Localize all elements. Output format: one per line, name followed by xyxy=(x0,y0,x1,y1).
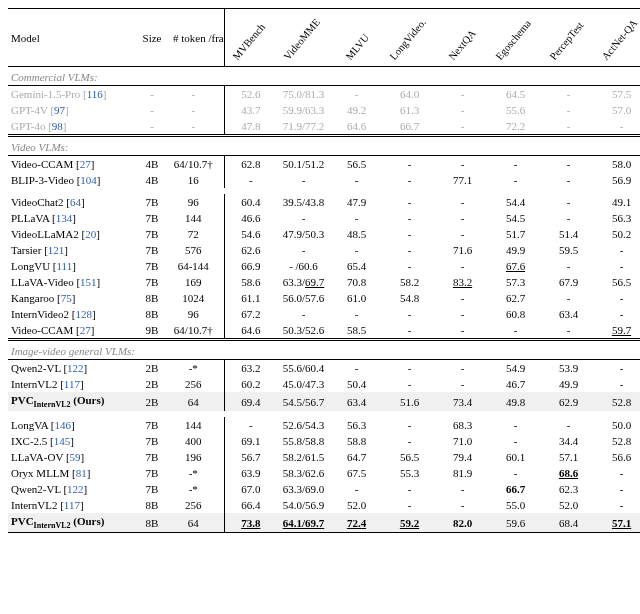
cell-metric: 72.4 xyxy=(330,513,383,533)
cell-metric: 71.6 xyxy=(436,242,489,258)
cell-size: 8B xyxy=(134,497,170,513)
cell-metric: 60.1 xyxy=(489,449,542,465)
citation-link[interactable]: 27 xyxy=(80,158,91,170)
cell-metric: - xyxy=(595,258,640,274)
cell-metric: - xyxy=(330,86,383,103)
citation-link[interactable]: 81 xyxy=(76,467,87,479)
cell-size: 7B xyxy=(134,274,170,290)
cell-size: 7B xyxy=(134,481,170,497)
citation-link[interactable]: 98 xyxy=(52,120,63,132)
cell-metric: - xyxy=(330,210,383,226)
cell-metric: - xyxy=(542,172,595,188)
citation-link[interactable]: 116 xyxy=(87,88,103,100)
cell-metric: 57.5 xyxy=(595,86,640,103)
citation-link[interactable]: 64 xyxy=(70,196,81,208)
cell-metric: - xyxy=(436,156,489,173)
cell-metric: - xyxy=(330,242,383,258)
cell-metric: 62.3 xyxy=(542,481,595,497)
cell-size: - xyxy=(134,102,170,118)
cell-metric: 55.6/60.4 xyxy=(277,360,330,377)
cell-metric: - xyxy=(436,210,489,226)
cell-metric: 58.5 xyxy=(330,322,383,340)
cell-metric: 58.3/62.6 xyxy=(277,465,330,481)
cell-metric: 77.1 xyxy=(436,172,489,188)
citation-link[interactable]: 27 xyxy=(80,324,91,336)
cell-metric: 39.5/43.8 xyxy=(277,194,330,210)
cell-tokens: - xyxy=(170,118,224,136)
cell-metric: - xyxy=(383,258,436,274)
cell-metric: 54.9 xyxy=(489,360,542,377)
cell-metric: 62.6 xyxy=(224,242,277,258)
cell-metric: 64.1/69.7 xyxy=(277,513,330,533)
cell-metric: 49.9 xyxy=(542,376,595,392)
cell-metric: 67.5 xyxy=(330,465,383,481)
col-header-metric-2: MLVU xyxy=(330,9,383,67)
cell-metric: 59.6 xyxy=(489,513,542,533)
cell-metric: 51.7 xyxy=(489,226,542,242)
table-row: BLIP-3-Video [104]4B16----77.1--56.9 xyxy=(8,172,640,188)
citation-link[interactable]: 59 xyxy=(70,451,81,463)
cell-size: 2B xyxy=(134,376,170,392)
citation-link[interactable]: 121 xyxy=(48,244,65,256)
cell-metric: 73.4 xyxy=(436,392,489,411)
cell-tokens: - xyxy=(170,102,224,118)
table-row: InternVL2 [117]2B25660.245.0/47.350.4--4… xyxy=(8,376,640,392)
cell-metric: - xyxy=(383,417,436,433)
cell-tokens: 64-144 xyxy=(170,258,224,274)
table-row: InternVideo2 [128]8B9667.2----60.863.4- xyxy=(8,306,640,322)
citation-link[interactable]: 146 xyxy=(55,419,72,431)
citation-link[interactable]: 117 xyxy=(64,499,80,511)
citation-link[interactable]: 75 xyxy=(61,292,72,304)
citation-link[interactable]: 97 xyxy=(54,104,65,116)
cell-metric: 69.4 xyxy=(224,392,277,411)
cell-tokens: 256 xyxy=(170,376,224,392)
citation-link[interactable]: 111 xyxy=(57,260,73,272)
cell-tokens: 96 xyxy=(170,306,224,322)
cell-model: Gemini-1.5-Pro [116] xyxy=(8,86,134,103)
cell-metric: 60.8 xyxy=(489,306,542,322)
cell-metric: 52.8 xyxy=(595,392,640,411)
cell-metric: - xyxy=(595,481,640,497)
cell-model: Oryx MLLM [81] xyxy=(8,465,134,481)
cell-metric: - xyxy=(595,290,640,306)
cell-size: 7B xyxy=(134,465,170,481)
cell-metric: 54.5 xyxy=(489,210,542,226)
cell-tokens: -* xyxy=(170,465,224,481)
cell-metric: - xyxy=(595,360,640,377)
citation-link[interactable]: 117 xyxy=(64,378,80,390)
cell-metric: 59.2 xyxy=(383,513,436,533)
col-header-metric-7: ActNet-QA xyxy=(595,9,640,67)
cell-metric: - xyxy=(436,102,489,118)
cell-metric: - xyxy=(383,172,436,188)
cell-size: 7B xyxy=(134,417,170,433)
cell-metric: - xyxy=(436,194,489,210)
cell-model: LongVU [111] xyxy=(8,258,134,274)
cell-size: 7B xyxy=(134,210,170,226)
table-row: VideoChat2 [64]7B9660.439.5/43.847.9--54… xyxy=(8,194,640,210)
cell-metric: - xyxy=(277,306,330,322)
cell-model: BLIP-3-Video [104] xyxy=(8,172,134,188)
cell-metric: 52.6/54.3 xyxy=(277,417,330,433)
citation-link[interactable]: 134 xyxy=(56,212,73,224)
citation-link[interactable]: 20 xyxy=(85,228,96,240)
cell-metric: 56.6 xyxy=(595,449,640,465)
cell-metric: - xyxy=(436,226,489,242)
cell-tokens: 169 xyxy=(170,274,224,290)
cell-metric: 81.9 xyxy=(436,465,489,481)
citation-link[interactable]: 145 xyxy=(54,435,71,447)
cell-metric: 62.9 xyxy=(542,392,595,411)
cell-model: PLLaVA [134] xyxy=(8,210,134,226)
citation-link[interactable]: 104 xyxy=(80,174,97,186)
citation-link[interactable]: 151 xyxy=(80,276,97,288)
cell-model: LLaVA-Video [151] xyxy=(8,274,134,290)
cell-model: InternVL2 [117] xyxy=(8,497,134,513)
cell-metric: - xyxy=(383,497,436,513)
cell-metric: - /60.6 xyxy=(277,258,330,274)
cell-metric: 49.8 xyxy=(489,392,542,411)
cell-size: 4B xyxy=(134,156,170,173)
citation-link[interactable]: 128 xyxy=(75,308,92,320)
citation-link[interactable]: 122 xyxy=(67,483,84,495)
citation-link[interactable]: 122 xyxy=(67,362,84,374)
cell-metric: 55.8/58.8 xyxy=(277,433,330,449)
cell-metric: 46.6 xyxy=(224,210,277,226)
